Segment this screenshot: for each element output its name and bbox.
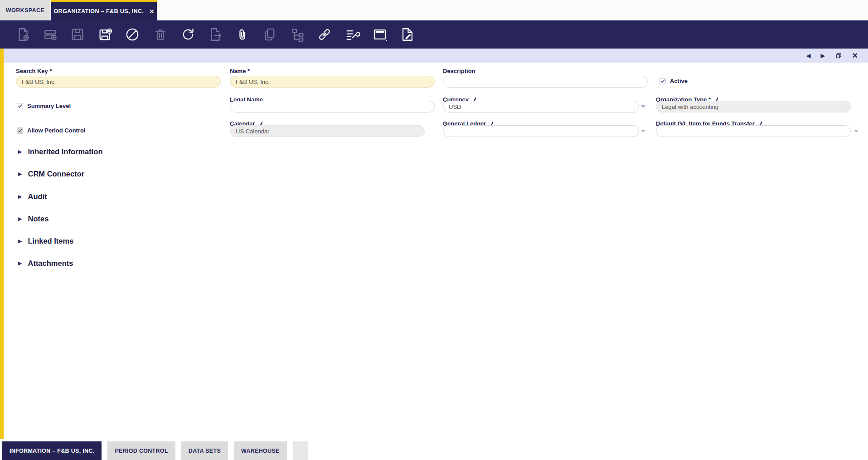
section-attachments[interactable]: ▶Attachments [18,257,73,269]
summary-level-label: Summary Level [27,103,71,109]
description-input[interactable] [443,76,648,88]
new-record-button[interactable] [14,25,32,44]
chevron-right-icon: ▶ [18,239,22,244]
allow-period-control-label: Allow Period Control [27,127,86,134]
section-audit[interactable]: ▶Audit [18,190,47,203]
copy-record-button[interactable] [41,25,59,44]
export-button[interactable] [206,25,224,44]
tab-information-f-b-us-inc-[interactable]: INFORMATION – F&B US, INC. [2,441,102,460]
tab-workspace-label: WORKSPACE [6,7,44,14]
zoom-across-button[interactable] [315,25,334,44]
copy-button[interactable] [261,25,279,44]
requery-icon [180,27,196,42]
chevron-right-icon: ▶ [18,194,22,199]
save-create-button[interactable] [96,25,114,44]
currency-input[interactable] [443,101,639,113]
general-ledger-dropdown-icon[interactable] [641,130,645,132]
tree-button[interactable] [289,25,307,44]
toolbar [0,20,868,49]
copy-icon [262,27,277,42]
section-linked-items[interactable]: ▶Linked Items [18,235,73,247]
section-label: Inherited Information [28,147,102,156]
section-label: Notes [28,215,48,223]
copy-record-icon [43,27,58,42]
delete-button[interactable] [151,25,170,44]
previous-record-icon[interactable]: ◀ [806,53,811,59]
save-icon [70,27,85,42]
section-notes[interactable]: ▶Notes [18,212,48,225]
toggle-detail-button[interactable] [371,25,389,44]
report-icon [400,27,415,42]
default-gl-item-dropdown-icon[interactable] [854,130,858,132]
report-button[interactable] [398,25,417,44]
chevron-right-icon: ▶ [18,171,22,176]
section-crm-connector[interactable]: ▶CRM Connector [18,167,84,180]
checkbox-checked-icon [17,103,23,109]
delete-icon [153,27,168,42]
record-nav-bar: ◀ ▶ ✕ [0,49,868,63]
requery-button[interactable] [179,25,197,44]
checkbox-checked-icon [17,127,23,134]
window-tabbar: WORKSPACE ORGANIZATION – F&B US, INC. ✕ [0,0,868,20]
process-button[interactable] [343,25,361,44]
record-nav-icons: ◀ ▶ ✕ [806,49,858,63]
calendar-input [230,125,425,137]
currency-dropdown-icon[interactable] [641,105,645,108]
section-label: CRM Connector [28,170,84,178]
new-record-icon [15,27,31,42]
description-label: Description [443,68,475,74]
section-label: Attachments [28,259,73,268]
chevron-right-icon: ▶ [18,149,22,154]
close-window-icon[interactable]: ✕ [852,52,858,59]
organization-window: WORKSPACE ORGANIZATION – F&B US, INC. ✕ … [0,0,868,460]
restore-window-icon[interactable] [835,52,842,59]
search-key-label: Search Key * [16,68,52,74]
process-icon [344,27,360,42]
save-create-icon [97,27,113,42]
allow-period-control-checkbox: Allow Period Control [17,127,86,134]
name-label: Name * [230,68,250,74]
attachment-icon [235,27,250,42]
ignore-button[interactable] [123,25,141,44]
toggle-detail-icon [372,27,388,42]
general-ledger-input[interactable] [443,125,639,137]
tab-data-sets[interactable]: DATA SETS [181,441,228,460]
zoom-across-icon [317,27,332,42]
tab-workspace[interactable]: WORKSPACE [0,0,50,20]
next-record-icon[interactable]: ▶ [821,53,825,59]
active-checkbox[interactable]: Active [659,78,688,84]
attachment-button[interactable] [233,25,252,44]
tab-organization[interactable]: ORGANIZATION – F&B US, INC. ✕ [51,0,157,20]
tab-organization-label: ORGANIZATION – F&B US, INC. [53,8,144,15]
export-icon [208,27,223,42]
legal-name-input[interactable] [230,101,435,113]
active-label: Active [670,78,688,84]
section-inherited-information[interactable]: ▶Inherited Information [18,145,102,158]
checkbox-checked-icon [659,78,666,84]
default-gl-item-input[interactable] [656,125,851,137]
tab-period-control[interactable]: PERIOD CONTROL [107,441,175,460]
save-button[interactable] [68,25,87,44]
tab-warehouse[interactable]: WAREHOUSE [234,441,287,460]
chevron-right-icon: ▶ [18,216,22,221]
tree-icon [290,27,305,42]
section-label: Linked Items [28,237,73,245]
tabbar-filler [293,441,308,460]
accent-strip [0,49,4,439]
detail-tabbar: INFORMATION – F&B US, INC.PERIOD CONTROL… [0,441,868,460]
summary-level-checkbox[interactable]: Summary Level [17,103,71,109]
name-input[interactable] [230,76,435,88]
organization-type-input [656,101,851,113]
ignore-icon [125,27,140,42]
section-label: Audit [28,192,47,201]
close-tab-icon[interactable]: ✕ [149,9,154,15]
chevron-right-icon: ▶ [18,261,22,266]
search-key-input[interactable] [16,76,221,88]
